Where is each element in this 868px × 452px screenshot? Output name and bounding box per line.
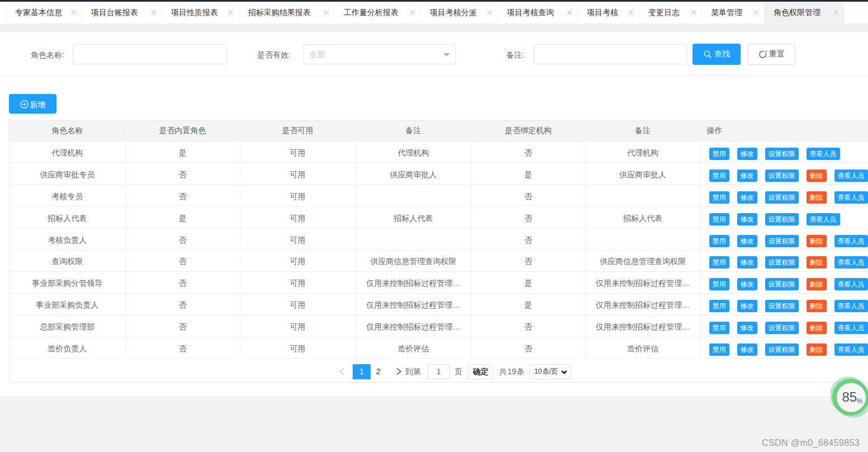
svg-text:85: 85 [842, 389, 857, 404]
svg-text:%: % [857, 397, 863, 405]
